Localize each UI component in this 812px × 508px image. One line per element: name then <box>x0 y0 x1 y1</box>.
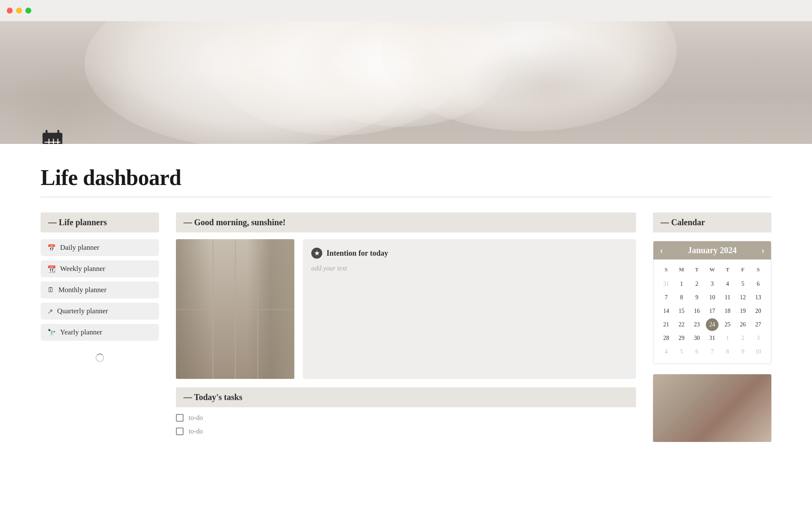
cal-cell-feb7[interactable]: 7 <box>706 345 719 358</box>
cal-cell-jan16[interactable]: 16 <box>691 305 703 318</box>
calendar-header-text: — Calendar <box>661 218 705 227</box>
close-button[interactable] <box>7 8 13 14</box>
life-planners-header: — Life planners <box>41 213 159 232</box>
cal-cell-jan21[interactable]: 21 <box>660 318 672 331</box>
task-item-2: to-do <box>176 428 636 435</box>
titlebar <box>0 0 812 21</box>
day-name-fri: F <box>735 265 750 275</box>
daily-planner-button[interactable]: 📅 Daily planner <box>41 239 159 256</box>
cal-cell-jan15[interactable]: 15 <box>675 305 688 318</box>
tasks-title: — Today's tasks <box>184 392 242 402</box>
cal-cell-jan17[interactable]: 17 <box>706 305 719 318</box>
monthly-planner-button[interactable]: 🗓 Monthly planner <box>41 282 159 298</box>
cal-cell-feb10[interactable]: 10 <box>752 345 765 358</box>
middle-column: — Good morning, sunshine! ★ <box>176 213 636 441</box>
life-planners-title: — Life planners <box>48 218 107 227</box>
cal-cell-jan13[interactable]: 13 <box>752 291 765 304</box>
calendar-next-button[interactable]: › <box>762 247 764 254</box>
cal-cell-jan22[interactable]: 22 <box>675 318 688 331</box>
morning-photo <box>176 239 294 379</box>
weekly-planner-icon: 📆 <box>47 265 56 273</box>
hero-banner <box>0 21 812 144</box>
task-checkbox-1[interactable] <box>176 414 184 422</box>
intention-input[interactable]: add your text <box>311 265 628 272</box>
yearly-planner-label: Yearly planner <box>60 328 102 337</box>
calendar-prev-button[interactable]: ‹ <box>660 247 663 254</box>
quarterly-planner-button[interactable]: ↗ Quarterly planner <box>41 303 159 320</box>
bottom-photo <box>653 374 771 442</box>
cal-cell-jan7[interactable]: 7 <box>660 291 672 304</box>
calendar-month-year: January 2024 <box>688 246 737 255</box>
cal-cell-feb3[interactable]: 3 <box>752 332 765 345</box>
calendar-week-1: 31 1 2 3 4 5 6 <box>658 277 766 291</box>
cal-cell-jan1[interactable]: 1 <box>675 278 688 290</box>
cal-cell-jan28[interactable]: 28 <box>660 332 672 345</box>
minimize-button[interactable] <box>16 8 22 14</box>
day-name-mon: M <box>674 265 689 275</box>
cal-cell-jan24-today[interactable]: 24 <box>706 318 719 331</box>
cal-cell-jan5[interactable]: 5 <box>737 278 749 290</box>
yearly-planner-button[interactable]: 🔭 Yearly planner <box>41 324 159 341</box>
cal-cell-jan11[interactable]: 11 <box>721 291 734 304</box>
cal-cell-jan31[interactable]: 31 <box>706 332 719 345</box>
cal-cell-jan26[interactable]: 26 <box>737 318 749 331</box>
cal-cell-jan3[interactable]: 3 <box>706 278 719 290</box>
cal-cell-feb5[interactable]: 5 <box>675 345 688 358</box>
main-grid: — Life planners 📅 Daily planner 📆 Weekly… <box>41 213 771 442</box>
svg-rect-9 <box>58 139 58 144</box>
loading-indicator <box>41 345 159 370</box>
window-bar-horizontal <box>176 309 294 310</box>
left-column: — Life planners 📅 Daily planner 📆 Weekly… <box>41 213 159 370</box>
cal-cell-jan9[interactable]: 9 <box>691 291 703 304</box>
task-label-1: to-do <box>189 414 203 422</box>
cal-cell-feb8[interactable]: 8 <box>721 345 734 358</box>
day-name-thu: T <box>720 265 735 275</box>
cal-cell-feb4[interactable]: 4 <box>660 345 672 358</box>
weekly-planner-button[interactable]: 📆 Weekly planner <box>41 260 159 277</box>
day-name-sat: S <box>751 265 766 275</box>
intention-box: ★ Intention for today add your text <box>303 239 636 379</box>
cal-cell-jan18[interactable]: 18 <box>721 305 734 318</box>
calendar-week-4: 21 22 23 24 25 26 27 <box>658 318 766 331</box>
calendar-day-names: S M T W T F S <box>658 265 766 275</box>
task-checkbox-2[interactable] <box>176 428 184 435</box>
svg-rect-2 <box>43 136 63 138</box>
quarterly-planner-icon: ↗ <box>47 307 53 315</box>
cal-cell-feb9[interactable]: 9 <box>737 345 749 358</box>
intention-title: Intention for today <box>326 249 388 258</box>
svg-rect-3 <box>46 130 48 136</box>
task-item-1: to-do <box>176 414 636 422</box>
greeting-text: — Good morning, sunshine! <box>184 218 285 227</box>
cal-cell-jan30[interactable]: 30 <box>691 332 703 345</box>
calendar-week-6: 4 5 6 7 8 9 10 <box>658 345 766 359</box>
calendar-week-2: 7 8 9 10 11 12 13 <box>658 291 766 304</box>
cal-cell-jan19[interactable]: 19 <box>737 305 749 318</box>
cal-cell-jan6[interactable]: 6 <box>752 278 765 290</box>
cal-cell-jan12[interactable]: 12 <box>737 291 749 304</box>
cal-cell-feb1[interactable]: 1 <box>721 332 734 345</box>
calendar-week-3: 14 15 16 17 18 19 20 <box>658 304 766 318</box>
cal-cell-jan10[interactable]: 10 <box>706 291 719 304</box>
bottom-photo-background <box>653 374 771 442</box>
cal-cell-jan2[interactable]: 2 <box>691 278 703 290</box>
cal-cell-dec31[interactable]: 31 <box>660 278 672 290</box>
page-icon-container <box>41 128 64 144</box>
calendar-nav: ‹ January 2024 › <box>653 241 771 260</box>
cal-cell-feb2[interactable]: 2 <box>737 332 749 345</box>
title-divider <box>41 197 771 197</box>
page-content: Life dashboard — Life planners 📅 Daily p… <box>0 144 812 467</box>
cal-cell-jan25[interactable]: 25 <box>721 318 734 331</box>
cal-cell-jan29[interactable]: 29 <box>675 332 688 345</box>
cal-cell-jan14[interactable]: 14 <box>660 305 672 318</box>
calendar-icon <box>41 128 64 144</box>
cal-cell-jan8[interactable]: 8 <box>675 291 688 304</box>
cal-cell-jan27[interactable]: 27 <box>752 318 765 331</box>
cal-cell-jan20[interactable]: 20 <box>752 305 765 318</box>
svg-rect-4 <box>58 130 60 136</box>
cal-cell-feb6[interactable]: 6 <box>691 345 703 358</box>
cal-cell-jan23[interactable]: 23 <box>691 318 703 331</box>
day-name-sun: S <box>658 265 674 275</box>
maximize-button[interactable] <box>25 8 31 14</box>
greeting-header: — Good morning, sunshine! <box>176 213 636 232</box>
cal-cell-jan4[interactable]: 4 <box>721 278 734 290</box>
